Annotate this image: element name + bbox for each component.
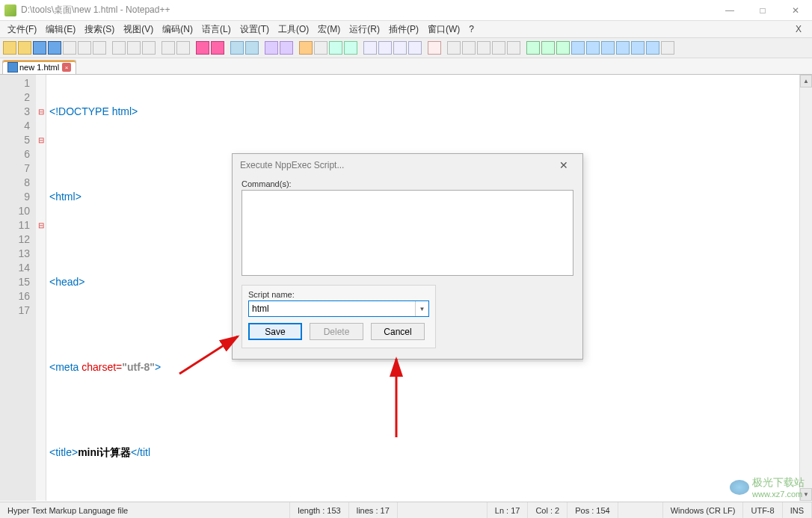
window-close-button[interactable]: ✕ xyxy=(779,0,812,21)
menu-search[interactable]: 搜索(S) xyxy=(80,22,119,37)
plugin2-icon[interactable] xyxy=(586,41,600,55)
menu-settings[interactable]: 设置(T) xyxy=(236,22,274,37)
window-maximize-button[interactable]: □ xyxy=(746,0,779,21)
redo-icon[interactable] xyxy=(176,41,190,55)
play-macro-icon[interactable] xyxy=(477,41,490,55)
sync-v-icon[interactable] xyxy=(265,41,278,55)
status-language: Hyper Text Markup Language file xyxy=(0,502,290,518)
toolbar xyxy=(0,37,812,58)
window-minimize-button[interactable]: — xyxy=(713,0,746,21)
sync-h-icon[interactable] xyxy=(280,41,293,55)
folder-as-workspace-icon[interactable] xyxy=(363,41,377,55)
document-tab-bar: new 1.html × xyxy=(0,58,812,75)
menu-language[interactable]: 语言(L) xyxy=(197,22,236,37)
undo-icon[interactable] xyxy=(162,41,175,55)
status-eol: Windows (CR LF) xyxy=(663,502,744,518)
status-col: Col : 2 xyxy=(528,502,568,518)
tab-close-icon[interactable]: × xyxy=(62,63,71,72)
file-icon xyxy=(7,62,18,73)
menu-edit[interactable]: 编辑(E) xyxy=(41,22,80,37)
watermark-text-1: 极光下载站 xyxy=(752,476,805,490)
menu-plugins[interactable]: 插件(P) xyxy=(384,22,423,37)
save-all-icon[interactable] xyxy=(48,41,61,55)
plugin7-icon[interactable] xyxy=(661,41,674,55)
plugin5-icon[interactable] xyxy=(631,41,645,55)
open-file-icon[interactable] xyxy=(18,41,31,55)
tab-label: new 1.html xyxy=(19,63,59,72)
delete-button[interactable]: Delete xyxy=(310,323,363,340)
new-file-icon[interactable] xyxy=(3,41,16,55)
zoom-out-icon[interactable] xyxy=(245,41,259,55)
menu-help[interactable]: ? xyxy=(464,22,479,36)
script-name-group: Script name: ▼ Save Delete Cancel xyxy=(242,285,436,348)
watermark-logo-icon xyxy=(730,480,749,495)
plugin3-icon[interactable] xyxy=(601,41,615,55)
watermark: 极光下载站 www.xz7.com xyxy=(730,476,805,499)
menu-file[interactable]: 文件(F) xyxy=(3,22,41,37)
status-bar: Hyper Text Markup Language file length :… xyxy=(0,502,812,518)
line-number-gutter: 1234567891011121314151617 xyxy=(0,75,36,501)
menu-run[interactable]: 运行(R) xyxy=(345,22,384,37)
function-list-icon[interactable] xyxy=(408,41,422,55)
wordwrap-icon[interactable] xyxy=(299,41,313,55)
save-button[interactable]: Save xyxy=(248,323,302,340)
compare-icon[interactable] xyxy=(526,41,540,55)
execute-script-dialog: Execute NppExec Script... ✕ Command(s): … xyxy=(232,153,583,360)
chevron-down-icon[interactable]: ▼ xyxy=(415,301,428,316)
menu-window[interactable]: 窗口(W) xyxy=(423,22,464,37)
save-icon[interactable] xyxy=(33,41,46,55)
status-pos: Pos : 154 xyxy=(568,502,618,518)
doc-map-icon[interactable] xyxy=(378,41,392,55)
lang-icon[interactable] xyxy=(344,41,357,55)
replace-icon[interactable] xyxy=(211,41,224,55)
run-macro-multi-icon[interactable] xyxy=(492,41,505,55)
monitoring-icon[interactable] xyxy=(428,41,441,55)
status-ln: Ln : 17 xyxy=(487,502,529,518)
copy-icon[interactable] xyxy=(127,41,141,55)
indent-guide-icon[interactable] xyxy=(329,41,342,55)
script-name-label: Script name: xyxy=(248,290,429,299)
plugin1-icon[interactable] xyxy=(571,41,585,55)
save-macro-icon[interactable] xyxy=(507,41,520,55)
menu-encoding[interactable]: 编码(N) xyxy=(158,22,197,37)
cancel-button[interactable]: Cancel xyxy=(371,323,425,340)
compare-clear-icon[interactable] xyxy=(541,41,555,55)
menu-close-x[interactable]: X xyxy=(791,22,809,36)
vertical-scrollbar[interactable]: ▲ ▼ xyxy=(799,75,812,501)
doc-list-icon[interactable] xyxy=(393,41,407,55)
close-all-icon[interactable] xyxy=(78,41,91,55)
record-macro-icon[interactable] xyxy=(447,41,461,55)
plugin6-icon[interactable] xyxy=(646,41,659,55)
dialog-close-button[interactable]: ✕ xyxy=(553,159,575,171)
print-icon[interactable] xyxy=(93,41,106,55)
tab-new-1-html[interactable]: new 1.html × xyxy=(2,60,76,74)
commands-textarea[interactable] xyxy=(242,190,573,276)
close-file-icon[interactable] xyxy=(63,41,76,55)
dialog-title: Execute NppExec Script... xyxy=(240,160,344,170)
allchars-icon[interactable] xyxy=(314,41,327,55)
find-icon[interactable] xyxy=(196,41,209,55)
scroll-up-icon[interactable]: ▲ xyxy=(800,75,812,87)
app-icon xyxy=(4,4,16,16)
menu-tools[interactable]: 工具(O) xyxy=(274,22,313,37)
status-lines: lines : 17 xyxy=(349,502,398,518)
menu-view[interactable]: 视图(V) xyxy=(119,22,158,37)
window-titlebar: D:\tools\桌面\new 1.html - Notepad++ — □ ✕ xyxy=(0,0,812,21)
menu-bar: 文件(F) 编辑(E) 搜索(S) 视图(V) 编码(N) 语言(L) 设置(T… xyxy=(0,21,812,37)
stop-macro-icon[interactable] xyxy=(462,41,476,55)
status-encoding: UTF-8 xyxy=(743,502,782,518)
script-name-combobox[interactable]: ▼ xyxy=(248,300,429,317)
script-name-input[interactable] xyxy=(249,301,415,316)
compare-nav-icon[interactable] xyxy=(556,41,570,55)
status-ins: INS xyxy=(783,502,812,518)
watermark-text-2: www.xz7.com xyxy=(752,490,805,499)
dialog-titlebar[interactable]: Execute NppExec Script... ✕ xyxy=(233,154,582,176)
menu-macro[interactable]: 宏(M) xyxy=(313,22,345,37)
fold-gutter[interactable]: ⊟⊟⊟ xyxy=(36,75,46,501)
paste-icon[interactable] xyxy=(142,41,156,55)
zoom-in-icon[interactable] xyxy=(230,41,244,55)
plugin4-icon[interactable] xyxy=(616,41,630,55)
window-title: D:\tools\桌面\new 1.html - Notepad++ xyxy=(21,4,713,16)
commands-label: Command(s): xyxy=(242,179,573,188)
cut-icon[interactable] xyxy=(112,41,126,55)
